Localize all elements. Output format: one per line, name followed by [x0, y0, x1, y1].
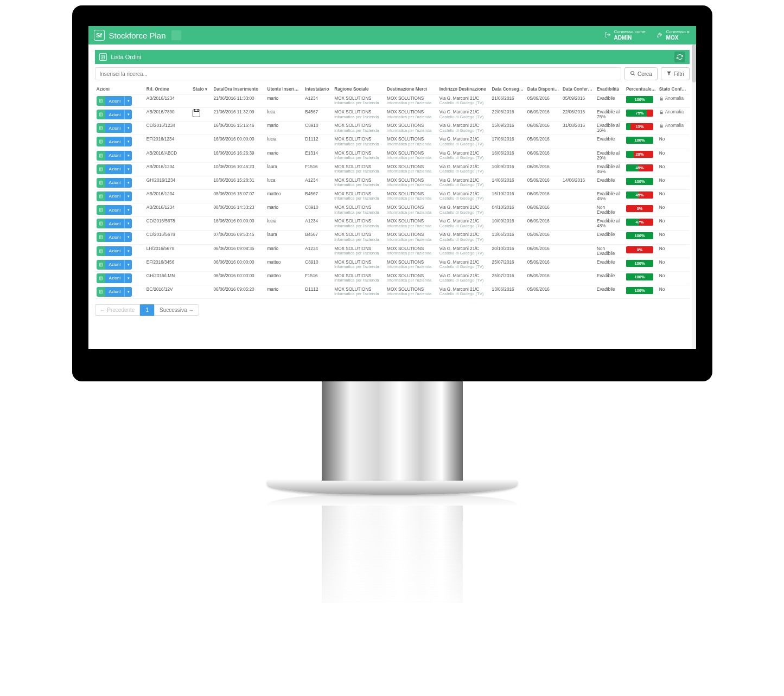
- cell-disponibilita: 05/09/2016: [526, 285, 561, 298]
- azioni-button[interactable]: Azioni ▾: [97, 219, 132, 228]
- th-ragione[interactable]: Ragione Sociale: [333, 85, 385, 94]
- table-row: Azioni ▾ CD/2016/5678 16/06/2016 00:00:0…: [95, 217, 690, 231]
- azioni-button[interactable]: Azioni ▾: [97, 110, 132, 119]
- cell-ragione: MOX SOLUTIONSinformatica per l'azienda: [333, 244, 385, 258]
- azioni-button[interactable]: Azioni ▾: [97, 137, 132, 146]
- cell-consegna: 20/10/2016: [490, 244, 526, 258]
- th-consegna[interactable]: Data Consegna Rich.: [490, 85, 526, 94]
- row-list-icon: [97, 287, 105, 297]
- th-confermata[interactable]: Data Confermata: [561, 85, 595, 94]
- azioni-label: Azioni: [105, 178, 125, 188]
- chevron-down-icon: ▾: [124, 123, 132, 133]
- cell-dataora: 16/06/2016 16:26:39: [212, 149, 266, 162]
- cell-destinazione: MOX SOLUTIONSinformatica per l'azienda: [385, 217, 438, 231]
- cell-indirizzo: Via G. Marconi 21/CCastello di Godego (T…: [438, 122, 490, 135]
- th-indirizzo[interactable]: Indirizzo Destinazione: [438, 85, 490, 94]
- azioni-button[interactable]: Azioni ▾: [97, 178, 132, 188]
- topbar-tab[interactable]: [171, 30, 181, 40]
- panel-header: Lista Ordini: [95, 50, 690, 64]
- cell-rif: AB/2016/1234: [145, 203, 192, 217]
- cell-confermata: 14/06/2016: [561, 176, 595, 189]
- th-percentuale[interactable]: Percentuale Evadibile: [624, 85, 658, 94]
- cell-dataora: 07/06/2016 09:53:45: [212, 231, 266, 244]
- cell-indirizzo: Via G. Marconi 21/CCastello di Godego (T…: [438, 108, 490, 122]
- cell-dataora: 06/06/2016 09:08:35: [212, 244, 266, 258]
- cell-ragione: MOX SOLUTIONSinformatica per l'azienda: [333, 122, 385, 135]
- company-label: Connesso a:: [666, 30, 691, 35]
- azioni-button[interactable]: Azioni ▾: [97, 232, 132, 242]
- azioni-button[interactable]: Azioni ▾: [97, 123, 132, 133]
- scrollbar[interactable]: [692, 44, 696, 349]
- logout-icon: [604, 31, 611, 40]
- cell-rif: EF/2016/1234: [145, 135, 192, 149]
- cell-ragione: MOX SOLUTIONSinformatica per l'azienda: [333, 176, 385, 189]
- refresh-button[interactable]: [674, 52, 685, 62]
- cell-disponibilita: 06/09/2016: [526, 122, 561, 135]
- azioni-button[interactable]: Azioni ▾: [97, 151, 132, 161]
- cell-disponibilita: 06/09/2016: [526, 149, 561, 162]
- cell-percentuale: 45%: [624, 189, 658, 203]
- cell-statoconf: No: [658, 217, 690, 231]
- pager-next[interactable]: Successiva →: [154, 304, 199, 316]
- azioni-button[interactable]: Azioni ▾: [97, 260, 132, 270]
- cell-indirizzo: Via G. Marconi 21/CCastello di Godego (T…: [438, 189, 490, 203]
- cell-destinazione: MOX SOLUTIONSinformatica per l'azienda: [385, 189, 438, 203]
- azioni-button[interactable]: Azioni ▾: [97, 205, 132, 215]
- azioni-button[interactable]: Azioni ▾: [97, 191, 132, 201]
- cell-ragione: MOX SOLUTIONSinformatica per l'azienda: [333, 285, 385, 298]
- azioni-button[interactable]: Azioni ▾: [97, 273, 132, 283]
- login-value: ADMIN: [614, 35, 647, 41]
- table-row: Azioni ▾ GH/2016/LMN 06/06/2016 00:00:00…: [95, 271, 690, 285]
- scrollbar-thumb[interactable]: [692, 44, 696, 82]
- th-stato[interactable]: Stato: [191, 85, 212, 94]
- cell-utente: mario: [266, 285, 304, 298]
- cell-disponibilita: 05/09/2016: [526, 176, 561, 189]
- azioni-button[interactable]: Azioni ▾: [97, 96, 132, 106]
- cell-intestatario: B4567: [303, 189, 333, 203]
- topbar-company-block[interactable]: Connesso a: MOX: [656, 30, 691, 41]
- th-disponibilita[interactable]: Data Disponibilità: [526, 85, 561, 94]
- cell-destinazione: MOX SOLUTIONSinformatica per l'azienda: [385, 271, 438, 285]
- progress-bar: 100%: [626, 232, 653, 239]
- wrench-icon: [656, 31, 663, 40]
- cell-evadibilita: Evadibile: [595, 135, 624, 149]
- cell-utente: laura: [266, 231, 304, 244]
- azioni-button[interactable]: Azioni ▾: [97, 246, 132, 256]
- th-evadibilita[interactable]: Evadibilità: [595, 85, 624, 94]
- azioni-button[interactable]: Azioni ▾: [97, 164, 132, 174]
- filter-icon: [666, 71, 672, 77]
- cell-intestatario: A1234: [303, 244, 333, 258]
- pager-prev[interactable]: ← Precedente: [95, 304, 141, 316]
- search-input[interactable]: [95, 67, 621, 80]
- th-statoconf[interactable]: Stato Conferma: [658, 85, 690, 94]
- cell-stato: [191, 149, 212, 162]
- brand-name: Stockforce Plan: [109, 31, 166, 40]
- cell-intestatario: B4567: [303, 108, 333, 122]
- search-button[interactable]: Cerca: [624, 67, 658, 80]
- company-value: MOX: [666, 35, 691, 41]
- th-utente[interactable]: Utente Inserimento: [266, 85, 304, 94]
- status-no: No: [659, 178, 665, 183]
- th-intestatario[interactable]: Intestatario: [303, 85, 333, 94]
- cell-utente: mario: [266, 122, 304, 135]
- topbar: Sf Stockforce Plan Connesso come: ADMIN: [88, 26, 696, 44]
- th-azioni[interactable]: Azioni: [95, 85, 145, 94]
- th-rif[interactable]: Rif. Ordine: [145, 85, 192, 94]
- status-no: No: [659, 232, 665, 237]
- status-no: No: [659, 273, 665, 278]
- filter-button[interactable]: Filtri: [661, 67, 690, 80]
- cell-stato: [191, 258, 212, 271]
- cell-confermata: [561, 258, 595, 271]
- table-row: Azioni ▾ AB/2016/1234 08/06/2016 15:07:0…: [95, 189, 690, 203]
- th-dataora[interactable]: Data/Ora Inserimento: [212, 85, 266, 94]
- pager-page-1[interactable]: 1: [140, 304, 154, 316]
- progress-bar: 100%: [626, 273, 653, 280]
- cell-percentuale: 100%: [624, 258, 658, 271]
- cell-consegna: 25/07/2016: [490, 271, 526, 285]
- azioni-button[interactable]: Azioni ▾: [97, 287, 132, 297]
- topbar-user-block[interactable]: Connesso come: ADMIN: [604, 30, 647, 41]
- cell-evadibilita: Evadibile: [595, 258, 624, 271]
- cell-indirizzo: Via G. Marconi 21/CCastello di Godego (T…: [438, 271, 490, 285]
- th-destinazione[interactable]: Destinazione Merci: [385, 85, 438, 94]
- cell-consegna: 14/06/2016: [490, 176, 526, 189]
